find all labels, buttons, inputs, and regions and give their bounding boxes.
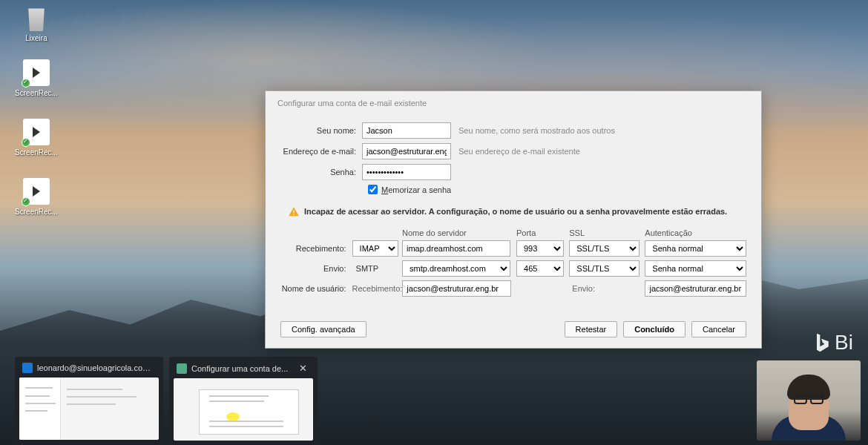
name-label: Seu nome: [280, 126, 362, 135]
header-server: Nome do servidor [402, 228, 510, 237]
sync-badge-icon [22, 138, 30, 147]
outgoing-label: Envio: [280, 264, 352, 273]
desktop-icon-label: ScreenRec... [10, 89, 62, 97]
thunderbird-icon [22, 363, 33, 373]
cancel-button[interactable]: Cancelar [691, 321, 746, 337]
username-outgoing-label: Envio: [569, 284, 639, 293]
password-input[interactable] [362, 164, 451, 180]
taskbar-preview-thunderbird[interactable]: leonardo@sinueloagricola.com... [15, 357, 163, 445]
desktop-icon-screenrec-1[interactable]: ScreenRec... [10, 59, 62, 97]
taskbar-previews: leonardo@sinueloagricola.com... Configur… [15, 357, 318, 445]
desktop-icon-screenrec-3[interactable]: ScreenRec... [10, 178, 62, 216]
dialog-title: Configurar uma conta de e-mail existente [266, 91, 761, 115]
outgoing-port-select[interactable]: 465 [516, 260, 564, 277]
incoming-server-input[interactable] [402, 240, 510, 257]
email-setup-dialog: Configurar uma conta de e-mail existente… [265, 90, 762, 349]
header-port: Porta [516, 228, 564, 237]
remember-password-checkbox[interactable] [368, 185, 378, 194]
svg-rect-1 [293, 214, 294, 215]
video-file-icon [23, 178, 50, 205]
incoming-port-select[interactable]: 993 [516, 240, 564, 257]
warning-text: Incapaz de acessar ao servidor. A config… [304, 206, 727, 217]
incoming-protocol-select[interactable]: IMAP [352, 240, 398, 257]
preview-title-text: leonardo@sinueloagricola.com... [37, 363, 156, 372]
outgoing-protocol-text: SMTP [352, 264, 403, 273]
preview-thumbnail [19, 378, 159, 440]
bing-text: Bi [835, 331, 853, 355]
warning-banner: Incapaz de acessar ao servidor. A config… [288, 206, 746, 218]
warning-icon [288, 206, 300, 218]
desktop-icon-label: ScreenRec... [10, 208, 62, 216]
name-input[interactable] [362, 122, 451, 139]
username-incoming-label: Recebimento: [352, 284, 402, 293]
email-input[interactable] [362, 143, 451, 159]
desktop-icon-screenrec-2[interactable]: ScreenRec... [10, 119, 62, 156]
window-icon [177, 363, 187, 374]
done-button[interactable]: Concluído [623, 321, 685, 337]
preview-title-text: Configurar uma conta de... [191, 364, 296, 373]
trash-icon [23, 4, 50, 31]
incoming-auth-select[interactable]: Senha normal [645, 240, 746, 257]
username-label: Nome de usuário: [280, 284, 352, 293]
password-label: Senha: [280, 168, 362, 177]
svg-rect-0 [293, 210, 294, 213]
sync-badge-icon [22, 197, 30, 206]
header-ssl: SSL [569, 228, 639, 237]
webcam-overlay [757, 360, 861, 441]
outgoing-server-select[interactable]: smtp.dreamhost.com [402, 260, 510, 277]
incoming-ssl-select[interactable]: SSL/TLS [569, 240, 639, 257]
video-file-icon [23, 59, 50, 86]
close-icon[interactable]: ✕ [296, 363, 310, 374]
sync-badge-icon [22, 79, 30, 88]
header-auth: Autenticação [645, 228, 746, 237]
taskbar-preview-config-dialog[interactable]: Configurar uma conta de... ✕ [169, 357, 318, 445]
outgoing-auth-select[interactable]: Senha normal [645, 260, 746, 277]
desktop-icon-label: ScreenRec... [10, 148, 62, 156]
incoming-label: Recebimento: [280, 244, 352, 253]
remember-password-label: Memorizar a senha [381, 185, 451, 194]
retest-button[interactable]: Retestar [565, 321, 618, 337]
email-hint: Seu endereço de e-mail existente [458, 147, 580, 156]
bing-logo-icon [814, 332, 830, 353]
advanced-config-button[interactable]: Config. avançada [280, 321, 366, 337]
outgoing-ssl-select[interactable]: SSL/TLS [569, 260, 639, 277]
desktop-icon-trash[interactable]: Lixeira [10, 4, 62, 42]
email-label: Endereço de e-mail: [280, 147, 362, 156]
desktop-icon-label: Lixeira [10, 34, 62, 42]
username-outgoing-input[interactable] [645, 280, 746, 297]
video-file-icon [23, 119, 50, 145]
bing-watermark: Bi [814, 331, 853, 355]
name-hint: Seu nome, como será mostrado aos outros [458, 126, 615, 135]
preview-thumbnail [174, 378, 313, 441]
username-incoming-input[interactable] [402, 280, 510, 297]
